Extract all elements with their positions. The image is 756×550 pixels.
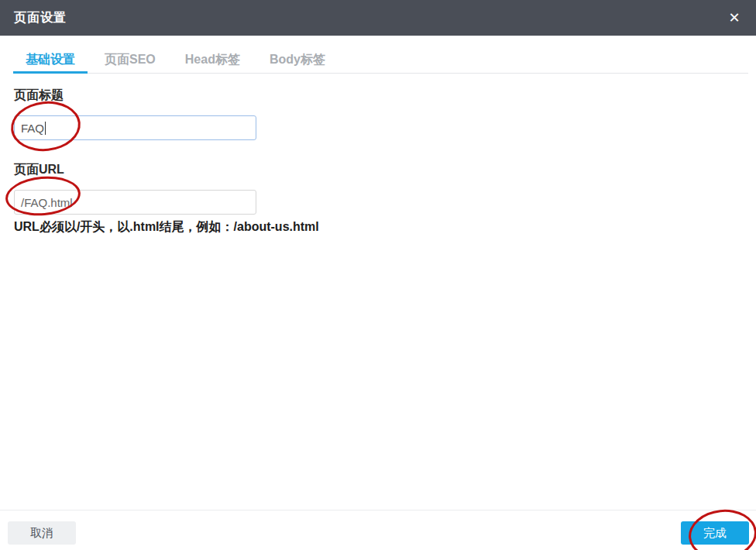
tab-body-tags[interactable]: Body标签 <box>257 48 338 74</box>
basic-settings-panel: 页面标题 FAQ 页面URL /FAQ.html URL必须以/开头，以.htm… <box>14 74 742 235</box>
close-icon[interactable]: ✕ <box>720 0 748 36</box>
cancel-button[interactable]: 取消 <box>8 521 76 545</box>
text-cursor <box>45 122 46 135</box>
tab-head-tags[interactable]: Head标签 <box>173 48 253 74</box>
done-button[interactable]: 完成 <box>681 521 749 545</box>
page-title-input[interactable]: FAQ <box>14 115 256 140</box>
dialog-header: 页面设置 ✕ <box>0 0 756 36</box>
dialog-title: 页面设置 <box>14 10 67 26</box>
page-url-label: 页面URL <box>14 162 742 178</box>
page-title-value: FAQ <box>21 122 44 135</box>
settings-tabs: 基础设置 页面SEO Head标签 Body标签 <box>13 48 748 74</box>
tab-page-seo[interactable]: 页面SEO <box>92 48 168 74</box>
page-title-label: 页面标题 <box>14 88 742 104</box>
page-url-input[interactable]: /FAQ.html <box>14 190 256 215</box>
dialog-footer: 取消 完成 <box>0 510 756 550</box>
tab-basic-settings[interactable]: 基础设置 <box>13 48 88 74</box>
url-format-hint: URL必须以/开头，以.html结尾，例如：/about-us.html <box>14 219 742 235</box>
page-url-value: /FAQ.html <box>21 196 73 209</box>
page-settings-dialog: 页面设置 ✕ 基础设置 页面SEO Head标签 Body标签 页面标题 FAQ… <box>0 0 756 550</box>
